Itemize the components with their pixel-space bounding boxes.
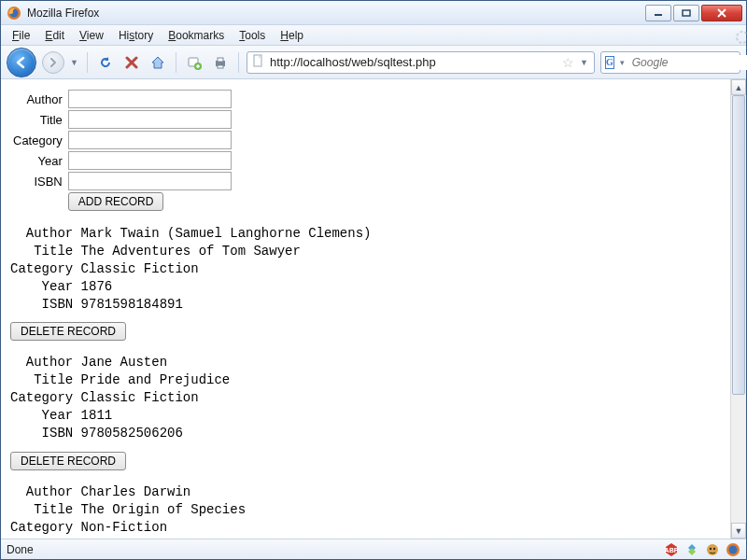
adblock-icon[interactable]: ABP xyxy=(664,542,679,557)
search-engine-dropdown[interactable]: ▾ xyxy=(618,58,627,67)
activity-icon xyxy=(727,28,742,43)
label-year: Year xyxy=(10,150,65,171)
menu-edit[interactable]: Edit xyxy=(37,27,72,44)
maximize-button[interactable] xyxy=(673,5,699,21)
search-engine-icon[interactable]: G xyxy=(605,56,614,69)
addon-icon[interactable] xyxy=(684,542,699,557)
stop-button[interactable] xyxy=(121,52,142,73)
separator xyxy=(238,52,239,73)
svg-text:ABP: ABP xyxy=(665,547,679,553)
print-button[interactable] xyxy=(210,52,231,73)
delete-record-button[interactable]: DELETE RECORD xyxy=(10,452,126,470)
greasemonkey-icon[interactable] xyxy=(705,542,720,557)
minimize-button[interactable] xyxy=(645,5,671,21)
delete-record-button[interactable]: DELETE RECORD xyxy=(10,322,126,341)
firefox-status-icon[interactable] xyxy=(726,542,740,557)
svg-rect-14 xyxy=(218,58,223,62)
content-area: Author Title Category Year ISBN xyxy=(1,79,746,539)
svg-rect-15 xyxy=(218,65,223,68)
new-tab-button[interactable] xyxy=(184,52,204,73)
input-author[interactable] xyxy=(68,90,232,108)
menu-view[interactable]: View xyxy=(72,27,111,44)
svg-point-6 xyxy=(737,32,747,43)
address-bar[interactable]: ☆ ▼ xyxy=(247,51,595,74)
svg-point-23 xyxy=(713,547,715,549)
reload-button[interactable] xyxy=(95,52,116,73)
record: Author Jane Austen Title Pride and Preju… xyxy=(10,354,721,441)
titlebar: Mozilla Firefox xyxy=(1,1,746,25)
label-author: Author xyxy=(10,89,65,109)
back-button[interactable] xyxy=(7,48,36,77)
input-title[interactable] xyxy=(68,110,232,129)
bookmark-star-icon[interactable]: ☆ xyxy=(562,55,574,70)
record: Author Charles Darwin Title The Origin o… xyxy=(10,483,721,539)
scroll-thumb[interactable] xyxy=(732,95,745,395)
firefox-icon xyxy=(7,6,21,21)
scroll-down-button[interactable]: ▼ xyxy=(731,523,746,539)
scroll-track[interactable] xyxy=(731,95,746,523)
url-dropdown[interactable]: ▼ xyxy=(578,58,590,67)
label-title: Title xyxy=(10,109,65,130)
window-title: Mozilla Firefox xyxy=(27,7,99,20)
vertical-scrollbar[interactable]: ▲ ▼ xyxy=(730,79,746,539)
input-category[interactable] xyxy=(68,131,232,149)
label-category: Category xyxy=(10,130,65,150)
menu-bookmarks[interactable]: Bookmarks xyxy=(161,27,232,44)
scroll-up-button[interactable]: ▲ xyxy=(731,79,746,95)
forward-button[interactable] xyxy=(42,51,64,74)
add-record-button[interactable]: ADD RECORD xyxy=(68,192,164,211)
input-isbn[interactable] xyxy=(68,172,232,190)
statusbar: Done ABP xyxy=(1,539,746,559)
page-icon xyxy=(251,54,264,70)
browser-window: Mozilla Firefox File Edit View History B… xyxy=(0,0,747,560)
svg-point-25 xyxy=(729,545,738,553)
add-record-form: Author Title Category Year ISBN xyxy=(10,89,234,212)
close-button[interactable] xyxy=(701,5,742,21)
search-bar[interactable]: G ▾ xyxy=(600,51,740,74)
toolbar: ▼ ☆ ▼ G ▾ xyxy=(1,46,746,79)
separator xyxy=(87,52,88,73)
delete-record-form: DELETE RECORD xyxy=(10,322,721,341)
menubar: File Edit View History Bookmarks Tools H… xyxy=(1,25,746,46)
svg-rect-3 xyxy=(683,10,690,16)
search-input[interactable] xyxy=(630,55,747,70)
delete-record-form: DELETE RECORD xyxy=(10,452,721,470)
nav-history-dropdown[interactable]: ▼ xyxy=(70,58,79,67)
menu-file[interactable]: File xyxy=(5,27,37,44)
menu-tools[interactable]: Tools xyxy=(232,27,273,44)
window-controls xyxy=(643,5,742,21)
home-button[interactable] xyxy=(148,52,168,73)
input-year[interactable] xyxy=(68,151,232,170)
separator xyxy=(176,52,176,73)
record: Author Mark Twain (Samuel Langhorne Clem… xyxy=(10,225,721,313)
label-isbn: ISBN xyxy=(10,171,65,191)
url-input[interactable] xyxy=(268,54,558,70)
menu-help[interactable]: Help xyxy=(273,27,311,44)
menu-history[interactable]: History xyxy=(111,27,161,44)
status-text: Done xyxy=(7,543,34,556)
page-body: Author Title Category Year ISBN xyxy=(1,79,730,539)
svg-point-22 xyxy=(710,547,712,549)
